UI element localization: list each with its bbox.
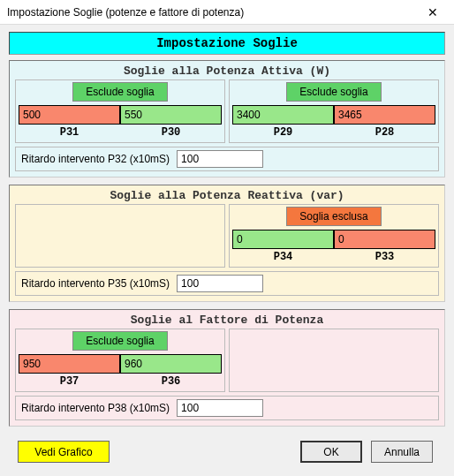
delay-row-pf: Ritardo intervento P38 (x10mS)	[15, 396, 439, 420]
label-p34: P34	[232, 251, 334, 263]
reactive-right-panel: Soglia esclusa 0 0 P34 P33	[229, 204, 439, 268]
exclude-toggle-pf-left[interactable]: Esclude soglia	[72, 331, 168, 351]
delay-label-p32: Ritardo intervento P32 (x10mS)	[21, 153, 170, 165]
group-active-title: Soglie alla Potenza Attiva (W)	[15, 64, 439, 79]
reactive-left-panel	[15, 204, 225, 268]
group-pf-title: Soglie al Fattore di Potenza	[15, 314, 439, 329]
ok-button[interactable]: OK	[300, 441, 362, 463]
threshold-p30[interactable]: 550	[120, 105, 222, 125]
delay-row-reactive: Ritardo intervento P35 (x10mS)	[15, 271, 439, 296]
threshold-p36[interactable]: 960	[120, 354, 222, 374]
threshold-p34[interactable]: 0	[232, 230, 334, 249]
label-p36: P36	[120, 375, 222, 388]
delay-label-p35: Ritardo intervento P35 (x10mS)	[21, 277, 170, 290]
threshold-p28[interactable]: 3465	[334, 105, 435, 125]
threshold-p37[interactable]: 950	[19, 354, 120, 374]
delay-input-p38[interactable]	[177, 399, 263, 417]
label-p31: P31	[19, 126, 120, 139]
threshold-p31[interactable]: 500	[19, 105, 120, 125]
titlebar: Impostazione Soglie (potenze e fattore d…	[0, 0, 454, 25]
content: Impostazione Soglie Soglie alla Potenza …	[0, 25, 454, 470]
exclude-toggle-active-left[interactable]: Esclude soglia	[72, 82, 168, 102]
group-active-power: Soglie alla Potenza Attiva (W) Esclude s…	[9, 60, 445, 178]
label-p33: P33	[334, 251, 435, 263]
footer: Vedi Grafico OK Annulla	[9, 434, 445, 463]
label-p37: P37	[19, 375, 120, 388]
view-graph-button[interactable]: Vedi Grafico	[18, 441, 110, 463]
delay-input-p35[interactable]	[177, 275, 263, 292]
exclude-toggle-active-right[interactable]: Esclude soglia	[286, 82, 382, 102]
active-right-panel: Esclude soglia 3400 3465 P29 P28	[229, 79, 439, 143]
pf-left-panel: Esclude soglia 950 960 P37 P36	[15, 329, 225, 392]
window-title: Impostazione Soglie (potenze e fattore d…	[7, 6, 244, 19]
group-reactive-title: Soglie alla Potenza Reattiva (var)	[15, 189, 439, 204]
label-p30: P30	[120, 126, 222, 139]
group-power-factor: Soglie al Fattore di Potenza Esclude sog…	[9, 309, 445, 427]
group-reactive-power: Soglie alla Potenza Reattiva (var) Sogli…	[9, 185, 445, 302]
page-title: Impostazione Soglie	[9, 32, 445, 55]
close-icon[interactable]: ✕	[415, 1, 450, 24]
delay-input-p32[interactable]	[177, 150, 263, 168]
delay-label-p38: Ritardo intervento P38 (x10mS)	[21, 402, 170, 414]
pf-right-panel	[229, 329, 439, 392]
cancel-button[interactable]: Annulla	[371, 441, 433, 463]
label-p29: P29	[232, 126, 334, 139]
active-left-panel: Esclude soglia 500 550 P31 P30	[15, 79, 225, 143]
delay-row-active: Ritardo intervento P32 (x10mS)	[15, 147, 439, 171]
threshold-p29[interactable]: 3400	[232, 105, 334, 125]
threshold-p33[interactable]: 0	[334, 230, 435, 249]
exclude-toggle-reactive-right[interactable]: Soglia esclusa	[286, 207, 382, 226]
label-p28: P28	[334, 126, 435, 139]
